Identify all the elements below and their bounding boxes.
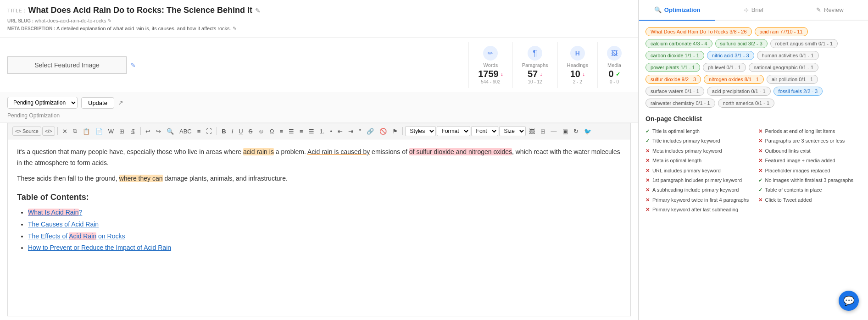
image-button[interactable]: 🖼 xyxy=(527,127,537,136)
checklist-item: ✓Title includes primary keyword xyxy=(645,138,749,144)
special-char-button[interactable]: Ω xyxy=(267,127,277,136)
keyword-tag[interactable]: surface waters 0/1 - 1 xyxy=(645,87,704,96)
toc-heading: Table of Contents: xyxy=(17,190,621,204)
media-icon: 🖼 xyxy=(607,46,622,61)
find-replace-button[interactable]: 🔍 xyxy=(164,127,176,136)
code-view-button[interactable]: </> xyxy=(42,127,55,136)
words-count-button[interactable]: ≡ xyxy=(195,127,203,136)
keyword-tag[interactable]: acid rain 77/10 - 11 xyxy=(755,27,808,36)
unordered-list-button[interactable]: • xyxy=(328,127,334,136)
keyword-tag[interactable]: fossil fuels 2/2 - 3 xyxy=(773,87,823,96)
update-button[interactable]: Update xyxy=(81,97,114,109)
check-fail-icon: ✕ xyxy=(645,167,650,174)
keyword-tag[interactable]: sulfuric acid 3/2 - 3 xyxy=(715,39,768,48)
meta-edit-icon[interactable]: ✎ xyxy=(233,26,237,31)
keyword-tag[interactable]: rainwater chemistry 0/1 - 1 xyxy=(645,99,715,108)
twitter-button[interactable]: 🐦 xyxy=(582,127,594,136)
checklist-item-text: Placeholder images replaced xyxy=(765,167,830,174)
decrease-indent-button[interactable]: ⇤ xyxy=(335,127,345,136)
paragraphs-range: 10 - 12 xyxy=(528,79,542,84)
source-button[interactable]: <> Source xyxy=(12,127,41,136)
select-featured-image-button[interactable]: Select Featured Image xyxy=(7,56,127,74)
review-icon: ✎ xyxy=(816,6,821,13)
code-icon: <> xyxy=(15,128,21,134)
size-dropdown[interactable]: Size xyxy=(499,126,526,136)
format-dropdown[interactable]: Format xyxy=(437,126,470,136)
undo-button[interactable]: ↩ xyxy=(143,127,153,136)
words-value: 1759 ↓ xyxy=(478,69,503,79)
copy-button[interactable]: ⧉ xyxy=(71,126,79,136)
styles-dropdown[interactable]: Styles xyxy=(405,126,436,136)
paste-word-button[interactable]: W xyxy=(106,127,116,136)
toc-link-3[interactable]: The Effects of Acid Rain on Rocks xyxy=(28,232,125,240)
italic-button[interactable]: I xyxy=(229,127,236,136)
table-button[interactable]: ⊞ xyxy=(538,127,548,136)
checklist-item-text: Title includes primary keyword xyxy=(652,138,720,144)
ordered-list-button[interactable]: 1. xyxy=(317,127,327,136)
check-fail-icon: ✕ xyxy=(758,138,762,144)
keyword-tag[interactable]: robert angus smith 0/1 - 1 xyxy=(770,39,838,48)
toc-link-1[interactable]: What Is Acid Rain? xyxy=(28,209,82,216)
featured-edit-icon[interactable]: ✎ xyxy=(130,61,136,69)
keyword-tag[interactable]: sulfur dioxide 9/2 - 3 xyxy=(645,75,701,84)
keyword-tag[interactable]: ph level 0/1 - 1 xyxy=(703,63,746,72)
underline-button[interactable]: U xyxy=(236,127,245,136)
keyword-tag[interactable]: What Does Acid Rain Do To Rocks 3/8 - 26 xyxy=(645,27,752,36)
tab-brief[interactable]: ⊹ Brief xyxy=(715,0,791,20)
font-dropdown[interactable]: Font xyxy=(471,126,498,136)
keyword-tag[interactable]: national geographic 0/1 - 1 xyxy=(749,63,818,72)
redo-button[interactable]: ↪ xyxy=(154,127,163,136)
fullscreen-button[interactable]: ⛶ xyxy=(204,127,214,136)
unlink-button[interactable]: 🚫 xyxy=(377,127,389,136)
anchor-button[interactable]: ⚑ xyxy=(390,127,400,136)
paste-button[interactable]: 📋 xyxy=(80,127,92,136)
keyword-tag[interactable]: air pollution 0/1 - 1 xyxy=(767,75,818,84)
select-all-button[interactable]: ⊞ xyxy=(117,127,127,136)
keyword-tag[interactable]: north america 0/1 - 1 xyxy=(718,99,775,108)
keyword-tag[interactable]: calcium carbonate 4/3 - 4 xyxy=(645,39,712,48)
align-right-button[interactable]: ≡ xyxy=(297,127,306,136)
stats-area: Select Featured Image ✎ ✏ Words 1759 ↓ 5… xyxy=(0,38,638,93)
keyword-tag[interactable]: nitrogen oxides 8/1 - 1 xyxy=(704,75,764,84)
tab-review[interactable]: ✎ Review xyxy=(792,0,868,20)
increase-indent-button[interactable]: ⇥ xyxy=(346,127,356,136)
toolbar-separator-1 xyxy=(57,127,58,135)
keyword-tag[interactable]: carbon dioxide 1/1 - 1 xyxy=(645,51,704,60)
keyword-tag[interactable]: human activities 0/1 - 1 xyxy=(757,51,819,60)
hr-button[interactable]: — xyxy=(549,127,559,136)
keyword-tag[interactable]: power plants 1/1 - 1 xyxy=(645,63,700,72)
paste-plain-button[interactable]: 📄 xyxy=(93,127,105,136)
brief-icon: ⊹ xyxy=(744,6,749,13)
toc-highlight-3: Acid Rain xyxy=(69,232,96,240)
checklist-item-text: No images within first/last 3 paragraphs xyxy=(765,177,854,184)
status-select[interactable]: Pending Optimization xyxy=(7,97,78,109)
remove-format-button[interactable]: ✕ xyxy=(60,127,70,136)
strikethrough-button[interactable]: S xyxy=(246,127,255,136)
checklist-item-text: Meta is optimal length xyxy=(652,157,701,164)
headings-value: 10 ↓ xyxy=(570,69,585,79)
sidebar-tabs: 🔍 Optimization ⊹ Brief ✎ Review xyxy=(639,0,868,21)
editor-content[interactable]: It's a question that many people have, e… xyxy=(7,139,631,316)
external-link-icon[interactable]: ↗ xyxy=(118,99,123,106)
tab-optimization[interactable]: 🔍 Optimization xyxy=(639,0,715,21)
toc-highlight-1: What Is Acid Rain xyxy=(28,209,79,216)
emoji-button[interactable]: ☺ xyxy=(256,127,266,136)
blockquote-button[interactable]: " xyxy=(356,127,363,136)
link-button[interactable]: 🔗 xyxy=(364,127,376,136)
toc-link-2[interactable]: The Causes of Acid Rain xyxy=(28,221,99,228)
bold-button[interactable]: B xyxy=(219,127,228,136)
align-left-button[interactable]: ≡ xyxy=(277,127,285,136)
url-edit-icon[interactable]: ✎ xyxy=(107,18,111,23)
keyword-tag[interactable]: nitric acid 3/1 - 3 xyxy=(707,51,754,60)
print-button[interactable]: 🖨 xyxy=(128,127,138,136)
align-center-button[interactable]: ☰ xyxy=(286,127,296,136)
title-edit-icon[interactable]: ✎ xyxy=(255,7,261,14)
spellcheck-button[interactable]: ABC xyxy=(177,127,194,136)
align-justify-button[interactable]: ☰ xyxy=(306,127,317,136)
redo2-button[interactable]: ↻ xyxy=(571,127,581,136)
keyword-tag[interactable]: acid precipitation 0/1 - 1 xyxy=(707,87,771,96)
toc-link-4[interactable]: How to Prevent or Reduce the Impact of A… xyxy=(28,244,171,251)
chat-bubble[interactable]: 💬 xyxy=(839,291,859,311)
media-embed-button[interactable]: ▣ xyxy=(560,127,570,136)
editor-paragraph-2: These acids then fall to the ground, whe… xyxy=(17,173,621,184)
